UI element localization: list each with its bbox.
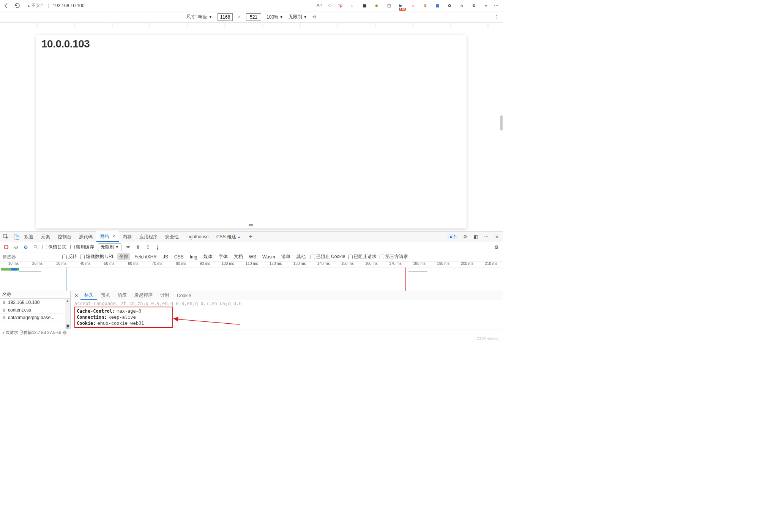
viewport-scrollbar[interactable] [500,115,503,131]
inspect-icon[interactable] [2,233,9,240]
zoom-dropdown[interactable]: 100% ▼ [266,14,283,20]
invert-checkbox[interactable]: 反转 [62,253,77,260]
devtools-more-icon[interactable]: ⋯ [483,233,490,240]
devtools-close-icon[interactable]: ✕ [493,233,500,240]
request-list-header[interactable]: 名称 [0,291,70,299]
extension-icon[interactable]: Tp [336,2,344,9]
reload-button[interactable] [13,2,21,10]
add-tab-button[interactable]: + [245,231,256,242]
filter-chip[interactable]: WS [247,254,258,260]
extension-icon[interactable]: ● [482,2,490,9]
search-icon[interactable] [33,244,39,250]
upload-icon[interactable]: ↥ [145,244,151,250]
status-bar: 7 次请求 已传输12.7 kB 27.5 kB 条 [0,329,503,336]
filter-chip[interactable]: 其他 [295,253,307,260]
header-line: Cookie:ehuo-cookie=web01 [77,320,171,326]
extension-icon[interactable]: ☆ [458,2,465,9]
device-more-icon[interactable]: ⋮ [494,14,499,20]
address-bar[interactable]: ▲ 不安全 | 192.168.10.100 [24,1,313,10]
extension-icon[interactable]: ✿ [446,2,453,9]
issues-pill[interactable]: ● 2 [447,234,458,239]
devtools-tab[interactable]: 元素 [37,231,54,242]
devtools-tab[interactable]: 应用程序 [136,231,161,242]
clear-button[interactable]: ⊘ [13,244,19,250]
filter-chip[interactable]: 清单 [279,253,292,260]
ruler [0,23,503,28]
extension-icon[interactable]: ▦ [434,2,441,9]
read-aloud-icon[interactable]: A⁾⁾ [315,2,323,10]
devtools-tab[interactable]: 欢迎 [20,231,37,242]
detail-tab[interactable]: 响应 [114,291,131,300]
blocked-cookies-checkbox[interactable]: 已阻止 Cookie [311,253,345,260]
devtools-tab[interactable]: 网络× [96,231,119,242]
filter-chip[interactable]: 媒体 [202,253,214,260]
net-throttle-dropdown[interactable]: 无限制 ▼ [98,243,121,251]
filter-chip[interactable]: 文档 [232,253,245,260]
request-list-scrollbar[interactable]: ▲ ▼ [65,299,70,329]
security-warning-icon: ▲ 不安全 [27,3,44,8]
request-row[interactable]: 🗎192.168.10.100 [0,299,70,306]
third-party-checkbox[interactable]: 第三方请求 [380,253,408,260]
filter-chip[interactable]: 全部 [117,253,130,260]
detail-tab[interactable]: 预览 [97,291,114,300]
detail-tab[interactable]: 标头 [80,291,97,300]
filter-chip[interactable]: Wasm [260,254,277,260]
dimensions-dropdown[interactable]: 尺寸: 响应 ▼ [186,14,212,20]
request-row[interactable]: 🗎data:image/png;base... [0,314,70,321]
filter-chip[interactable]: Img [188,254,199,260]
devtools-tab[interactable]: 源代码 [75,231,96,242]
viewport-height-input[interactable] [246,13,261,21]
scrollbar-thumb[interactable]: ▼ [66,324,69,329]
filter-chip[interactable]: 字体 [217,253,230,260]
extension-icon[interactable]: ▦ [361,2,368,9]
extension-icon[interactable]: ◆ [373,2,380,9]
devtools-tab[interactable]: 内存 [119,231,136,242]
watermark: CSDN @ehuo_ [477,337,500,340]
timeline-mark: 150 ms [335,261,359,267]
download-icon[interactable]: ⭳ [155,244,161,250]
filter-chip[interactable]: Fetch/XHR [132,254,159,260]
filter-toggle-icon[interactable]: ⚙ [23,244,29,250]
devtools-tab[interactable]: 控制台 [54,231,75,242]
request-row[interactable]: 🗎content.css [0,306,70,314]
preserve-log-checkbox[interactable]: 保留日志 [43,244,66,250]
timeline-mark: 210 ms [479,261,503,267]
throttle-dropdown[interactable]: 无限制 ▼ [289,14,307,20]
devtools-tab[interactable]: Lighthouse [183,231,213,242]
extension-icon[interactable]: ☺ [409,2,417,9]
blocked-requests-checkbox[interactable]: 已阻止请求 [348,253,377,260]
viewport-width-input[interactable] [218,13,233,21]
resize-handle[interactable]: ═ [249,222,254,228]
detail-tab[interactable]: Cookie [173,291,195,300]
detail-tab[interactable]: 发起程序 [131,291,156,300]
filter-chip[interactable]: CSS [172,254,186,260]
extension-icon[interactable]: ⌂ [348,2,356,9]
rotate-icon[interactable]: ⟲ [312,14,316,20]
net-settings-icon[interactable]: ⚙ [493,244,500,250]
back-button[interactable] [2,2,11,10]
extension-icon[interactable]: ⧉ [470,2,478,9]
dock-icon[interactable]: ◧ [472,233,479,240]
hide-data-url-checkbox[interactable]: 隐藏数据 URL [80,253,114,260]
favorite-icon[interactable]: ✩ [326,2,334,10]
detail-close-icon[interactable]: ✕ [73,293,80,298]
more-icon[interactable]: ⋯ [492,2,500,10]
settings-icon[interactable]: ⚙ [462,233,468,240]
devtools-tab[interactable]: CSS 概述 ▲ [213,231,244,242]
disable-cache-checkbox[interactable]: 禁用缓存 [70,244,94,250]
timeline-mark: 190 ms [431,261,455,267]
extension-icon[interactable]: G [421,2,429,9]
extension-icon[interactable]: ◫ [385,2,393,9]
timeline-overview[interactable] [0,268,503,291]
detail-tab[interactable]: 计时 [156,291,173,300]
device-toggle-icon[interactable] [13,233,20,240]
wifi-icon[interactable]: ⏷ [125,244,131,250]
devtools-tab[interactable]: 安全性 [161,231,183,242]
filter-input[interactable] [2,253,59,260]
record-button[interactable] [3,244,9,250]
filter-chip[interactable]: JS [161,254,170,260]
extension-icon[interactable]: ▶1.00 [397,2,405,9]
timeline-mark: 10 ms [0,261,24,267]
file-icon: 🗎 [2,315,6,320]
tab-close-icon[interactable]: × [112,234,115,239]
